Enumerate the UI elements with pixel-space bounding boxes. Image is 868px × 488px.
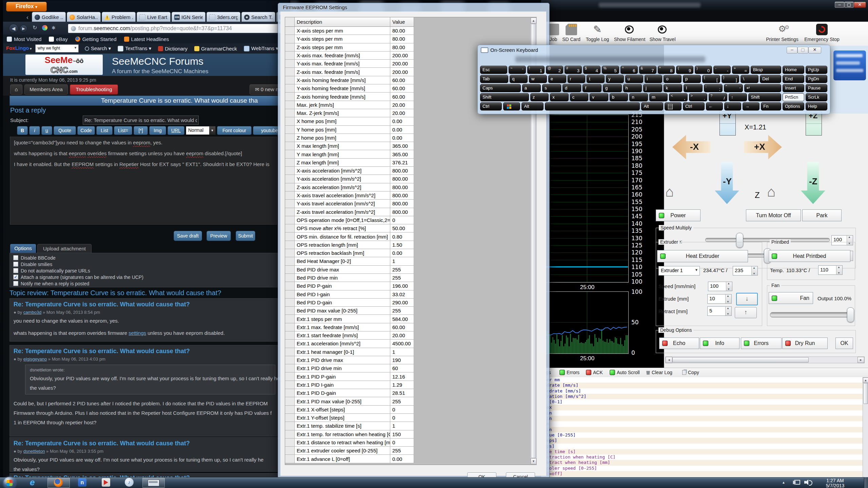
clock[interactable]: 1:27 AM 5/7/2013	[813, 478, 857, 488]
taskbar-item-media-app[interactable]	[96, 478, 117, 487]
network-icon[interactable]	[793, 480, 800, 485]
clock-time: 1:27 AM	[813, 478, 857, 483]
tray-expand-icon[interactable]: ▲	[782, 481, 785, 484]
taskbar-item-itunes[interactable]: ♪	[119, 478, 140, 487]
clock-date: 5/7/2013	[813, 483, 857, 488]
taskbar-item-firefox[interactable]	[47, 478, 70, 488]
taskbar-item-onscreen-keyboard[interactable]	[142, 478, 165, 488]
start-button[interactable]	[3, 477, 17, 488]
taskbar-item-internet-explorer[interactable]: e	[24, 478, 45, 487]
show-desktop-button[interactable]	[864, 477, 868, 488]
taskbar-item-blue-app[interactable]: n	[72, 478, 94, 487]
volume-icon[interactable]	[804, 479, 812, 485]
